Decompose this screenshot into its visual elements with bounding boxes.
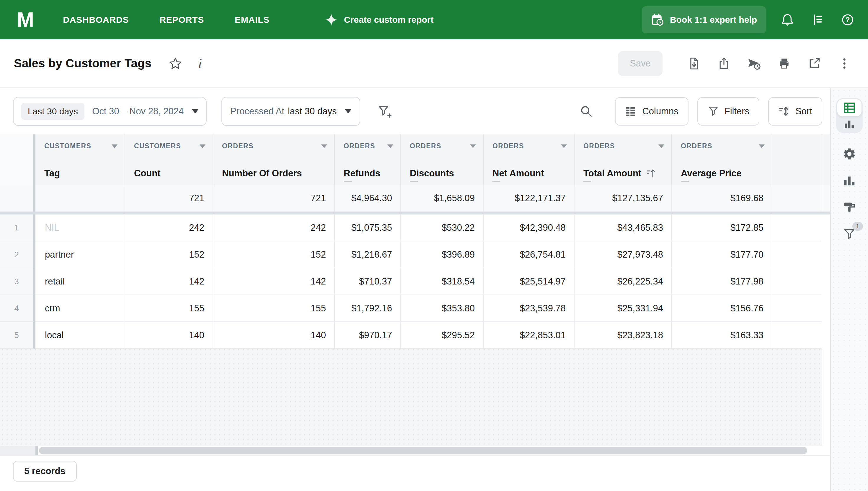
book-expert-help-button[interactable]: Book 1:1 expert help: [642, 6, 766, 33]
tag-cell: NIL: [35, 214, 125, 241]
report-table-area: CUSTOMERSTagCUSTOMERSCountORDERSNumber O…: [0, 135, 830, 446]
star-icon: [168, 57, 182, 70]
sort-label: Sort: [795, 106, 812, 117]
column-name[interactable]: Tag: [44, 168, 60, 179]
applied-filters-button[interactable]: 1: [840, 224, 859, 243]
page-title: Sales by Customer Tags: [14, 57, 151, 70]
create-custom-report-button[interactable]: Create custom report: [324, 13, 433, 27]
sparkle-icon: [324, 13, 338, 27]
search-button[interactable]: [580, 105, 593, 118]
chevron-down-icon[interactable]: [470, 144, 476, 148]
filter-funnel-icon: [707, 106, 719, 117]
totals-divider: [0, 211, 830, 214]
funnel-plus-icon: [377, 104, 392, 118]
value-cell: $43,465.83: [575, 214, 672, 241]
value-cell: 142: [125, 268, 213, 295]
chevron-down-icon: [345, 109, 351, 113]
share-button[interactable]: [715, 55, 733, 73]
column-header-tag[interactable]: CUSTOMERSTag: [35, 135, 125, 185]
app-logo[interactable]: M: [17, 9, 33, 30]
totals-cell: $122,171.37: [484, 185, 575, 211]
date-range-selector[interactable]: Last 30 days Oct 30 – Nov 28, 2024: [13, 97, 207, 126]
export-file-button[interactable]: [685, 55, 703, 73]
header-filler-cell: [772, 135, 822, 185]
chevron-down-icon[interactable]: [199, 144, 206, 148]
totals-filler-cell: [772, 185, 822, 211]
row-number-cell: 1: [0, 214, 35, 241]
bar-chart-icon: [843, 174, 856, 187]
column-name[interactable]: Refunds: [344, 168, 380, 179]
print-button[interactable]: [775, 55, 793, 73]
chevron-down-icon[interactable]: [561, 144, 567, 148]
processed-at-selector[interactable]: Processed At last 30 days: [221, 97, 360, 126]
row-scrollbar-cell: [822, 214, 830, 241]
row-filler-cell: [772, 241, 822, 268]
bell-icon: [781, 13, 794, 26]
column-name[interactable]: Total Amount: [583, 168, 641, 179]
column-name[interactable]: Net Amount: [492, 168, 544, 179]
value-cell: $1,218.67: [335, 241, 401, 268]
changelog-list-icon: [811, 13, 824, 26]
totals-cell: [35, 185, 125, 211]
column-header-net-amount[interactable]: ORDERSNet Amount: [484, 135, 575, 185]
chevron-down-icon[interactable]: [759, 144, 765, 148]
report-settings-button[interactable]: [840, 144, 859, 163]
chevron-down-icon[interactable]: [388, 144, 393, 148]
filters-button[interactable]: Filters: [698, 97, 760, 125]
more-actions-button[interactable]: [836, 55, 853, 73]
value-cell: 242: [213, 214, 335, 241]
horizontal-scrollbar-thumb[interactable]: [39, 447, 807, 454]
column-header-number-of-orders[interactable]: ORDERSNumber Of Orders: [213, 135, 335, 185]
columns-button[interactable]: Columns: [615, 97, 688, 125]
notifications-button[interactable]: [779, 11, 796, 28]
nav-item-dashboards[interactable]: DASHBOARDS: [63, 15, 129, 25]
columns-label: Columns: [642, 106, 678, 117]
value-cell: $26,225.34: [575, 268, 672, 295]
changelog-button[interactable]: [809, 11, 826, 28]
row-number-cell: 2: [0, 241, 35, 268]
chevron-down-icon[interactable]: [112, 144, 118, 148]
sort-button[interactable]: Sort: [768, 97, 822, 125]
chart-view-button[interactable]: [837, 116, 862, 132]
column-name[interactable]: Average Price: [681, 168, 742, 179]
table-view-button[interactable]: [837, 99, 862, 116]
schedule-send-button[interactable]: [745, 55, 763, 73]
nav-item-reports[interactable]: REPORTS: [159, 15, 204, 25]
paint-roller-icon: [843, 200, 856, 214]
chevron-down-icon[interactable]: [658, 144, 664, 148]
column-header-count[interactable]: CUSTOMERSCount: [125, 135, 213, 185]
send-clock-icon: [748, 57, 761, 70]
save-button[interactable]: Save: [618, 51, 662, 76]
value-cell: $710.37: [335, 268, 401, 295]
value-cell: 242: [125, 214, 213, 241]
table-footer: 5 records: [0, 456, 830, 491]
column-header-total-amount[interactable]: ORDERSTotal Amount: [575, 135, 672, 185]
value-cell: 142: [213, 268, 335, 295]
filter-count-badge: 1: [852, 222, 863, 231]
value-cell: $970.17: [335, 322, 401, 349]
value-cell: $22,853.01: [484, 322, 575, 349]
column-name[interactable]: Number Of Orders: [222, 168, 302, 179]
chart-settings-button[interactable]: [840, 171, 859, 190]
nav-item-emails[interactable]: EMAILS: [235, 15, 270, 25]
chevron-down-icon[interactable]: [321, 144, 327, 148]
column-header-average-price[interactable]: ORDERSAverage Price: [672, 135, 772, 185]
chevron-down-icon: [192, 109, 198, 113]
value-cell: 152: [213, 241, 335, 268]
help-button[interactable]: ?: [839, 11, 856, 28]
add-filter-button[interactable]: [377, 104, 392, 118]
column-name[interactable]: Count: [134, 168, 161, 179]
value-cell: $172.85: [672, 214, 772, 241]
style-settings-button[interactable]: [840, 198, 859, 216]
value-cell: $23,823.18: [575, 322, 672, 349]
column-group-label: ORDERS: [344, 142, 375, 150]
favorite-star-button[interactable]: [168, 57, 182, 70]
column-header-discounts[interactable]: ORDERSDiscounts: [401, 135, 484, 185]
value-cell: $295.52: [401, 322, 484, 349]
sort-ascending-icon[interactable]: [646, 168, 657, 179]
report-info-icon[interactable]: i: [198, 57, 202, 70]
open-in-new-button[interactable]: [805, 55, 823, 73]
column-header-refunds[interactable]: ORDERSRefunds: [335, 135, 401, 185]
value-cell: $530.22: [401, 214, 484, 241]
column-name[interactable]: Discounts: [410, 168, 454, 179]
